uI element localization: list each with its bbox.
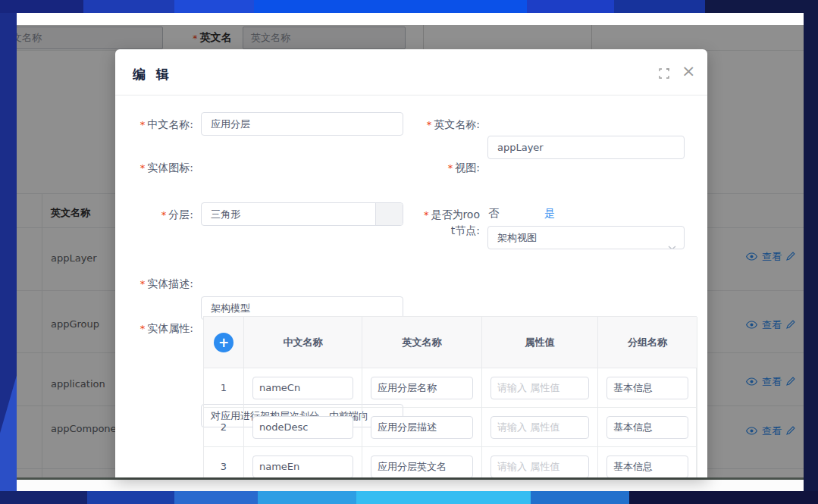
entity-icon-input[interactable]: 三角形 — [201, 202, 403, 226]
attr-value-input[interactable] — [490, 455, 589, 478]
add-attribute-button[interactable]: + — [214, 333, 233, 352]
attr-group-input[interactable] — [606, 377, 688, 399]
attr-group-input[interactable] — [606, 455, 688, 478]
attr-name-en-input[interactable] — [371, 377, 473, 399]
attr-header-group: 分组名称 — [598, 317, 697, 368]
attr-header-name-cn: 中文名称 — [244, 317, 362, 368]
wallpaper-top-band — [0, 0, 818, 13]
field-label-name-en: *英文名称: — [392, 117, 480, 133]
attribute-table: + 中文名称 英文名称 属性值 分组名称 1 2 3 — [203, 316, 697, 477]
attr-row-index: 3 — [204, 447, 244, 477]
attr-group-input[interactable] — [606, 416, 688, 439]
icon-picker-addon[interactable] — [375, 203, 403, 225]
field-label-entity-icon: *实体图标: — [115, 160, 193, 176]
name-cn-input[interactable]: 应用分层 — [201, 112, 403, 136]
attr-name-cn-input[interactable] — [252, 377, 353, 399]
attr-name-cn-input[interactable] — [252, 416, 353, 439]
chevron-down-icon — [668, 236, 676, 249]
add-attribute-cell: + — [204, 317, 244, 368]
attr-value-input[interactable] — [490, 416, 589, 439]
fullscreen-icon[interactable] — [659, 67, 669, 78]
wallpaper-bottom-band — [0, 491, 818, 504]
wallpaper-right-strip — [804, 13, 818, 491]
view-select[interactable]: 架构视图 — [487, 226, 685, 249]
toggle-on-label: 是 — [544, 207, 555, 221]
attr-header-name-en: 英文名称 — [362, 317, 482, 368]
attr-name-en-input[interactable] — [371, 455, 473, 478]
attr-value-input[interactable] — [490, 377, 589, 399]
desktop: 中文名称 * 英文名 英文名称 英文名称 appLayer appGroup a… — [0, 0, 818, 504]
wallpaper-left-strip — [0, 13, 17, 491]
header-divider — [115, 95, 707, 95]
attr-header-attr-value: 属性值 — [482, 317, 598, 368]
field-label-entity-desc: *实体描述: — [115, 276, 193, 292]
edit-dialog: 编 辑 × *中文名称: 应用分层 *英文名称: appLayer *实体图标:… — [115, 49, 707, 477]
attr-name-cn-input[interactable] — [252, 455, 353, 478]
field-label-name-cn: *中文名称: — [115, 117, 193, 133]
page-top-strip — [17, 13, 804, 25]
dialog-title: 编 辑 — [133, 66, 172, 83]
field-label-is-root: *是否为root节点: — [422, 207, 480, 238]
field-label-view: *视图: — [392, 160, 480, 176]
name-en-input[interactable]: appLayer — [487, 136, 685, 159]
field-label-layer: *分层: — [115, 207, 193, 223]
page-bottom-strip — [17, 480, 804, 491]
app-window: 中文名称 * 英文名 英文名称 英文名称 appLayer appGroup a… — [17, 13, 804, 491]
attr-name-en-input[interactable] — [371, 416, 473, 439]
close-icon[interactable]: × — [682, 63, 695, 80]
attr-row-index: 1 — [204, 368, 244, 408]
field-label-entity-attrs: *实体属性: — [115, 321, 193, 337]
toggle-off-label: 否 — [488, 207, 499, 221]
attr-row-index: 2 — [204, 408, 244, 447]
